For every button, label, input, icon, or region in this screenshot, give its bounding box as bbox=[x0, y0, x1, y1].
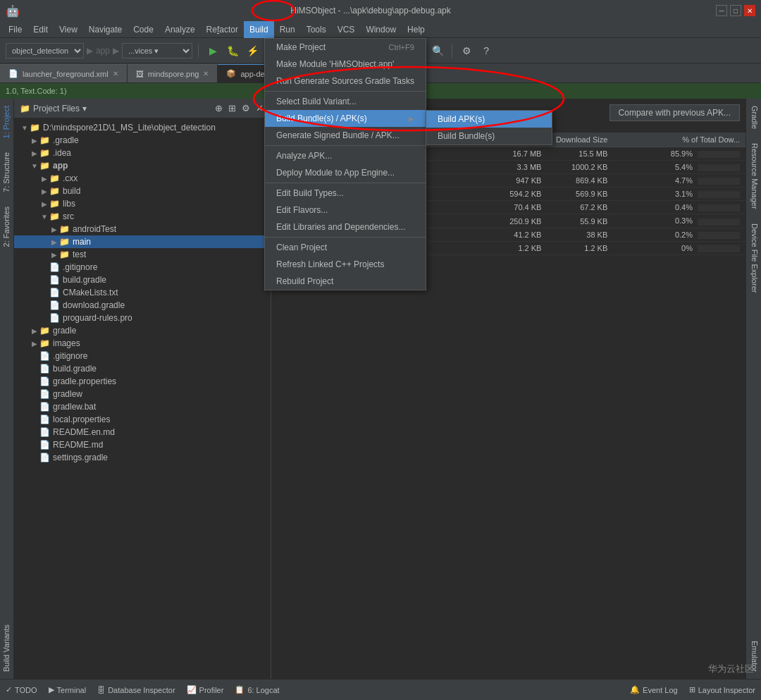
tree-item-gitignore-root[interactable]: ▶ 📄 .gitignore bbox=[14, 350, 271, 362]
menu-edit[interactable]: Edit bbox=[27, 21, 54, 38]
tree-item-readme[interactable]: ▶ 📄 README.md bbox=[14, 438, 271, 451]
tree-item-gradle-hidden[interactable]: ▶ 📁 .gradle bbox=[14, 134, 271, 147]
tree-item-build-gradle-root[interactable]: ▶ 📄 build.gradle bbox=[14, 362, 271, 375]
right-tab-gradle[interactable]: Gradle bbox=[746, 99, 761, 136]
menu-refactor[interactable]: Refactor bbox=[201, 21, 244, 38]
tree-item-androidtest[interactable]: ▶ 📁 androidTest bbox=[14, 223, 271, 235]
sep4 bbox=[423, 44, 423, 58]
menu-code[interactable]: Code bbox=[128, 21, 159, 38]
tab-launcher-foreground[interactable]: 📄 launcher_foreground.xml ✕ bbox=[0, 64, 128, 82]
menu-analyze[interactable]: Analyze bbox=[159, 21, 201, 38]
apk-row[interactable]: 3.3 MB 1000.2 KB 5.4% bbox=[271, 161, 745, 174]
profiler-button[interactable]: 📈 bbox=[400, 42, 417, 59]
menu-file[interactable]: File bbox=[3, 21, 27, 38]
tree-item-cxx[interactable]: ▶ 📁 .cxx bbox=[14, 172, 271, 185]
close-tab-mindspore[interactable]: ✕ bbox=[203, 70, 209, 78]
right-tab-resource-manager[interactable]: Resource Manager bbox=[746, 136, 761, 216]
tree-item-proguard[interactable]: ▶ 📄 proguard-rules.pro bbox=[14, 312, 271, 324]
right-tab-device-file-explorer[interactable]: Device File Explorer bbox=[746, 216, 761, 300]
project-selector[interactable]: object_detection bbox=[6, 43, 84, 59]
locate-file-button[interactable]: ⊕ bbox=[214, 102, 224, 115]
folder-icon: 📁 bbox=[59, 250, 70, 259]
gear-button[interactable]: ⚙ bbox=[458, 42, 475, 59]
apk-row[interactable]: 70.4 KB 67.2 KB 0.4% bbox=[271, 201, 745, 214]
tree-item-local-properties[interactable]: ▶ 📄 local.properties bbox=[14, 413, 271, 426]
tree-item-cmake[interactable]: ▶ 📄 CMakeLists.txt bbox=[14, 286, 271, 299]
settings-icon-button[interactable]: ⚙ bbox=[240, 102, 252, 115]
tree-item-libs[interactable]: ▶ 📁 libs bbox=[14, 197, 271, 210]
menu-help[interactable]: Help bbox=[402, 21, 431, 38]
status-profiler[interactable]: 📈 Profiler bbox=[187, 685, 224, 694]
apk-row[interactable]: 1.2 KB 1.2 KB 0% bbox=[271, 242, 745, 255]
status-terminal[interactable]: ▶ Terminal bbox=[49, 685, 87, 694]
analyze-button[interactable]: 📊 bbox=[332, 42, 349, 59]
tree-item-test[interactable]: ▶ 📁 test bbox=[14, 248, 271, 261]
tree-item-main[interactable]: ▶ 📁 main bbox=[14, 235, 271, 248]
tree-item-gradlew[interactable]: ▶ 📄 gradlew bbox=[14, 388, 271, 400]
tree-item-build[interactable]: ▶ 📁 build bbox=[14, 185, 271, 197]
tree-item-src[interactable]: ▼ 📁 src bbox=[14, 210, 271, 223]
status-todo[interactable]: ✓ TODO bbox=[6, 685, 37, 694]
tree-root[interactable]: ▼ 📁 D:\mindspore21D\1_MS_Lite\object_det… bbox=[14, 121, 271, 134]
collapse-all-button[interactable]: ⊞ bbox=[227, 102, 237, 115]
status-event-log[interactable]: 🔔 Event Log bbox=[630, 685, 678, 694]
tree-item-gitignore-app[interactable]: ▶ 📄 .gitignore bbox=[14, 261, 271, 274]
db-icon: 🗄 bbox=[97, 686, 105, 694]
stop-button[interactable]: ■ bbox=[264, 42, 280, 59]
status-logcat[interactable]: 📋 6: Logcat bbox=[235, 685, 279, 694]
apk-row[interactable]: 594.2 KB 569.9 KB 3.1% bbox=[271, 188, 745, 201]
tree-item-gradle[interactable]: ▶ 📁 gradle bbox=[14, 324, 271, 337]
avd-button[interactable]: 📱 bbox=[361, 42, 378, 59]
apk-row[interactable]: 41.2 KB 38 KB 0.2% bbox=[271, 228, 745, 242]
menu-view[interactable]: View bbox=[54, 21, 83, 38]
tab-mindspore[interactable]: 🖼 mindspore.png ✕ bbox=[128, 64, 218, 82]
search-button[interactable]: 🔍 bbox=[429, 42, 446, 59]
compare-apk-button[interactable]: Compare with previous APK... bbox=[610, 104, 740, 121]
minimize-button[interactable]: ─ bbox=[716, 5, 727, 16]
tree-item-readme-en[interactable]: ▶ 📄 README.en.md bbox=[14, 426, 271, 438]
menu-navigate[interactable]: Navigate bbox=[83, 21, 128, 38]
tab-apk[interactable]: 📦 app-debug.apk ✕ bbox=[218, 64, 311, 82]
file-icon: 📄 bbox=[39, 402, 50, 412]
sidebar-tab-project[interactable]: 1: Project bbox=[0, 99, 13, 145]
maximize-button[interactable]: □ bbox=[730, 5, 741, 16]
debug-button[interactable]: 🐛 bbox=[224, 42, 241, 59]
sync-button[interactable]: 🔄 bbox=[292, 42, 309, 59]
tree-item-build-gradle-app[interactable]: ▶ 📄 build.gradle bbox=[14, 274, 271, 286]
help-icon-button[interactable]: ? bbox=[478, 42, 495, 59]
apk-row[interactable]: 947 KB 869.4 KB 4.7% bbox=[271, 174, 745, 188]
tree-item-images[interactable]: ▶ 📁 images bbox=[14, 337, 271, 350]
cell-percent: 5.4% bbox=[607, 163, 740, 171]
tree-item-gradlew-bat[interactable]: ▶ 📄 gradlew.bat bbox=[14, 400, 271, 413]
status-db-inspector[interactable]: 🗄 Database Inspector bbox=[97, 686, 175, 694]
close-button[interactable]: ✕ bbox=[744, 5, 755, 16]
status-layout-inspector[interactable]: ⊞ Layout Inspector bbox=[689, 685, 755, 694]
device-selector[interactable]: ...vices ▾ bbox=[122, 43, 192, 59]
tree-item-download-gradle[interactable]: ▶ 📄 download.gradle bbox=[14, 299, 271, 312]
item-name: libs bbox=[63, 199, 75, 209]
sdk-button[interactable]: ⚙ bbox=[380, 42, 397, 59]
sidebar-tab-favorites[interactable]: 2: Favorites bbox=[0, 199, 13, 254]
menu-build[interactable]: Build bbox=[244, 21, 274, 38]
tab-overflow-button[interactable]: ▾ bbox=[314, 66, 331, 82]
apk-row[interactable]: 250.9 KB 55.9 KB 0.3% bbox=[271, 214, 745, 228]
coverage-button[interactable]: ⚡ bbox=[244, 42, 261, 59]
menu-tools[interactable]: Tools bbox=[301, 21, 332, 38]
close-tab-apk[interactable]: ✕ bbox=[297, 70, 302, 78]
close-tab-launcher[interactable]: ✕ bbox=[113, 70, 118, 78]
sidebar-tab-build-variants[interactable]: Build Variants bbox=[0, 618, 13, 679]
menu-run[interactable]: Run bbox=[274, 21, 301, 38]
menu-window[interactable]: Window bbox=[360, 21, 402, 38]
close-panel-button[interactable]: ✕ bbox=[254, 102, 265, 115]
run-button[interactable]: ▶ bbox=[204, 42, 221, 59]
build-button[interactable]: 🔨 bbox=[312, 42, 329, 59]
sidebar-tab-structure[interactable]: 7: Structure bbox=[0, 145, 13, 199]
menu-vcs[interactable]: VCS bbox=[332, 21, 361, 38]
tree-item-app[interactable]: ▼ 📁 app bbox=[14, 159, 271, 172]
tree-item-gradle-properties[interactable]: ▶ 📄 gradle.properties bbox=[14, 375, 271, 388]
root-name: D:\mindspore21D\1_MS_Lite\object_detecti… bbox=[43, 123, 216, 133]
tree-item-idea[interactable]: ▶ 📁 .idea bbox=[14, 147, 271, 159]
tree-item-settings-gradle[interactable]: ▶ 📄 settings.gradle bbox=[14, 451, 271, 464]
project-dropdown-arrow[interactable]: ▾ bbox=[82, 104, 87, 113]
apk-row[interactable]: 16.7 MB 15.5 MB 85.9% bbox=[271, 147, 745, 161]
